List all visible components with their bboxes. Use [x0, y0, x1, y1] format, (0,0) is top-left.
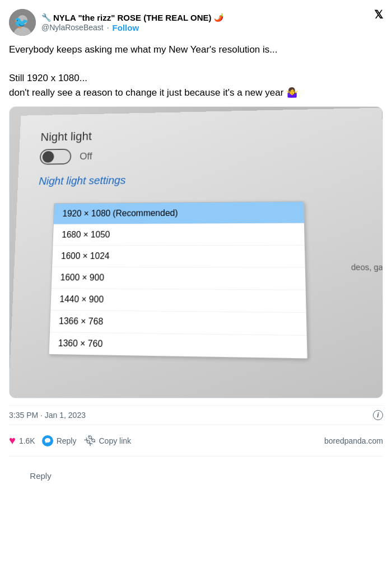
resolution-item-1680[interactable]: 1680 × 1050 [53, 224, 304, 246]
reply-big-label: Reply [30, 471, 51, 481]
x-logo: 𝕏 [374, 9, 383, 20]
like-action[interactable]: ♥ 1.6K [9, 431, 42, 450]
tweet-text: Everybody keeps asking me what my New Ye… [9, 43, 383, 100]
toggle-off-label: Off [80, 150, 92, 162]
resolution-item-1600x900[interactable]: 1600 × 900 [52, 267, 305, 290]
tweet-header: 🐦 🔧 NYLA "the rizz" ROSE (THE REAL ONE) … [9, 9, 383, 36]
resolution-item-1366[interactable]: 1366 × 768 [50, 311, 306, 336]
source-label: boredpanda.com [324, 436, 383, 445]
night-light-settings-link[interactable]: Night light settings [39, 171, 374, 187]
pepper-icon: 🌶️ [214, 13, 223, 22]
copy-link-label: Copy link [99, 436, 131, 445]
resolution-item-1360[interactable]: 1360 × 760 [49, 332, 307, 358]
tweet-header-left: 🐦 🔧 NYLA "the rizz" ROSE (THE REAL ONE) … [9, 9, 223, 36]
reply-button[interactable]: Reply [42, 435, 77, 446]
display-name: NYLA "the rizz" ROSE (THE REAL ONE) [53, 13, 212, 22]
resolution-item-1600x1024[interactable]: 1600 × 1024 [52, 246, 305, 268]
tweet-actions-bar: ♥ 1.6K Reply ⛓ Copy link boredpanda.com [9, 425, 383, 457]
resolution-item-1440[interactable]: 1440 × 900 [50, 289, 306, 313]
settings-scene: Night light Off Night light settings 192… [10, 108, 382, 398]
resolution-item-1920[interactable]: 1920 × 1080 (Recommended) [54, 202, 304, 225]
chain-icon: ⛓ [83, 433, 99, 449]
user-info: 🔧 NYLA "the rizz" ROSE (THE REAL ONE) 🌶️… [41, 13, 223, 32]
heart-icon: ♥ [9, 434, 16, 447]
tweet-image: Night light Off Night light settings 192… [9, 106, 383, 398]
tweet-timestamp: 3:35 PM · Jan 1, 2023 i [9, 405, 383, 425]
timestamp-text: 3:35 PM · Jan 1, 2023 [9, 411, 86, 420]
toggle-switch[interactable] [40, 149, 72, 165]
follow-button[interactable]: Follow [113, 23, 139, 32]
username-row: @NylaRoseBeast · Follow [41, 23, 223, 32]
night-light-label: Night light [40, 124, 371, 144]
toggle-area: Off [40, 144, 372, 165]
avatar[interactable]: 🐦 [9, 9, 36, 36]
wrench-icon: 🔧 [41, 13, 51, 22]
svg-text:🐦: 🐦 [13, 15, 29, 30]
reply-bubble-icon [42, 435, 53, 446]
reply-big-button[interactable]: Reply [9, 461, 72, 491]
display-name-row: 🔧 NYLA "the rizz" ROSE (THE REAL ONE) 🌶️ [41, 13, 223, 22]
toggle-knob [42, 151, 54, 163]
tweet-card: 🐦 🔧 NYLA "the rizz" ROSE (THE REAL ONE) … [0, 0, 392, 500]
image-mockup: Night light Off Night light settings 192… [10, 107, 382, 398]
bottom-bar: Reply [9, 457, 383, 500]
info-icon[interactable]: i [373, 410, 383, 420]
reply-label: Reply [57, 436, 77, 445]
dot-separator: · [107, 23, 109, 32]
resolution-dropdown: 1920 × 1080 (Recommended) 1680 × 1050 16… [49, 201, 308, 359]
side-text: deos, game [351, 262, 382, 272]
copy-link-button[interactable]: ⛓ Copy link [76, 435, 131, 446]
username: @NylaRoseBeast [41, 23, 104, 32]
like-count: 1.6K [19, 436, 35, 445]
